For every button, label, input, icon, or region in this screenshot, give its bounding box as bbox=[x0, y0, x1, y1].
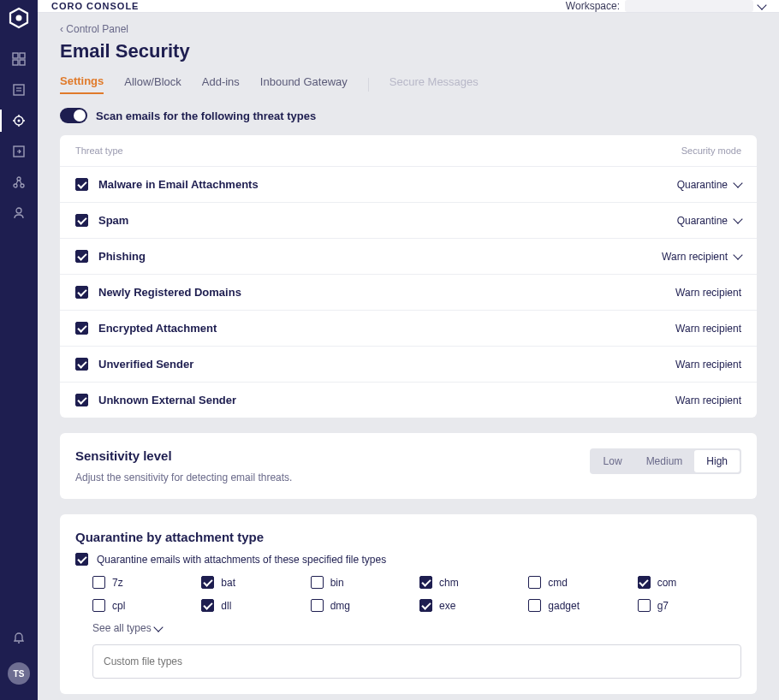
sensitivity-desc: Adjust the sensitivity for detecting ema… bbox=[75, 472, 292, 483]
filetype-bat: bat bbox=[201, 576, 305, 589]
dashboard-icon[interactable] bbox=[11, 51, 27, 67]
filetype-cpl: cpl bbox=[92, 599, 196, 612]
svg-rect-2 bbox=[20, 53, 25, 58]
scan-toggle[interactable] bbox=[60, 108, 87, 123]
threat-checkbox[interactable] bbox=[75, 286, 88, 299]
svg-point-17 bbox=[21, 184, 24, 187]
filetype-label: bin bbox=[330, 577, 344, 589]
sensitivity-segment: LowMediumHigh bbox=[590, 448, 741, 474]
filetype-dmg: dmg bbox=[311, 599, 414, 612]
filetype-label: 7z bbox=[112, 577, 123, 589]
quarantine-checkbox[interactable] bbox=[75, 553, 88, 566]
security-mode-dropdown[interactable]: Quarantine bbox=[677, 179, 741, 191]
svg-rect-5 bbox=[14, 85, 24, 95]
filetype-label: gadget bbox=[548, 600, 580, 612]
security-mode: Warn recipient bbox=[675, 287, 741, 299]
threat-name: Newly Registered Domains bbox=[98, 286, 241, 299]
sensitivity-title: Sensitivity level bbox=[75, 448, 292, 463]
filetype-checkbox[interactable] bbox=[311, 599, 324, 612]
svg-point-9 bbox=[18, 120, 21, 122]
filetype-checkbox[interactable] bbox=[419, 599, 432, 612]
bell-icon[interactable] bbox=[11, 630, 27, 645]
filetype-exe: exe bbox=[419, 599, 523, 612]
tab-add-ins[interactable]: Add-ins bbox=[202, 75, 240, 93]
filetype-label: cmd bbox=[548, 577, 568, 589]
threat-checkbox[interactable] bbox=[75, 322, 88, 335]
filetype-label: cpl bbox=[112, 600, 125, 612]
mode-label: Quarantine bbox=[677, 179, 728, 191]
filetype-label: dmg bbox=[330, 600, 350, 612]
sensitivity-low[interactable]: Low bbox=[592, 450, 634, 472]
threat-checkbox[interactable] bbox=[75, 250, 88, 263]
filetype-label: bat bbox=[221, 577, 235, 589]
filetype-checkbox[interactable] bbox=[201, 576, 214, 589]
scan-toggle-row: Scan emails for the following threat typ… bbox=[60, 108, 757, 123]
filetype-checkbox[interactable] bbox=[638, 599, 651, 612]
filetype-checkbox[interactable] bbox=[419, 576, 432, 589]
threat-row: Unknown External Sender Warn recipient bbox=[60, 382, 757, 418]
mode-label: Warn recipient bbox=[675, 394, 741, 406]
filetype-checkbox[interactable] bbox=[638, 576, 651, 589]
filetype-checkbox[interactable] bbox=[92, 576, 105, 589]
filetype-checkbox[interactable] bbox=[311, 576, 324, 589]
tab-inbound-gateway[interactable]: Inbound Gateway bbox=[260, 75, 348, 93]
see-all-label: See all types bbox=[92, 622, 152, 634]
breadcrumb[interactable]: ‹ Control Panel bbox=[60, 23, 757, 35]
security-mode: Warn recipient bbox=[675, 323, 741, 335]
avatar[interactable]: TS bbox=[8, 662, 30, 685]
filetype-checkbox[interactable] bbox=[201, 599, 214, 612]
threat-checkbox[interactable] bbox=[75, 214, 88, 227]
col-security-mode: Security mode bbox=[681, 145, 741, 156]
scan-toggle-label: Scan emails for the following threat typ… bbox=[96, 110, 316, 122]
brand-label: CORO CONSOLE bbox=[51, 1, 139, 11]
chevron-down-icon bbox=[733, 178, 742, 187]
network-icon[interactable] bbox=[11, 175, 27, 190]
chevron-down-icon bbox=[153, 622, 163, 632]
filetype-checkbox[interactable] bbox=[528, 599, 541, 612]
threat-name: Encrypted Attachment bbox=[98, 322, 217, 335]
chevron-down-icon bbox=[733, 214, 742, 223]
mode-label: Warn recipient bbox=[675, 287, 741, 299]
tab-separator bbox=[368, 78, 369, 92]
see-all-types[interactable]: See all types bbox=[75, 622, 741, 634]
threat-checkbox[interactable] bbox=[75, 178, 88, 191]
filetype-g7: g7 bbox=[638, 599, 741, 612]
filetype-label: exe bbox=[439, 600, 455, 612]
security-mode-dropdown[interactable]: Warn recipient bbox=[662, 251, 741, 263]
user-icon[interactable] bbox=[11, 205, 27, 221]
sensitivity-medium[interactable]: Medium bbox=[634, 450, 695, 472]
filetype-dll: dll bbox=[201, 599, 305, 612]
tab-settings[interactable]: Settings bbox=[60, 74, 104, 94]
threat-name: Unverified Sender bbox=[98, 358, 193, 371]
svg-line-18 bbox=[16, 181, 18, 185]
filetype-grid: 7zbatbinchmcmdcomcpldlldmgexegadgetg7 bbox=[75, 576, 741, 612]
filetype-checkbox[interactable] bbox=[528, 576, 541, 589]
threat-checkbox[interactable] bbox=[75, 358, 88, 371]
tab-allow-block[interactable]: Allow/Block bbox=[124, 75, 181, 93]
mode-label: Warn recipient bbox=[662, 251, 728, 263]
logo-icon bbox=[8, 7, 30, 29]
mode-label: Warn recipient bbox=[675, 359, 741, 371]
export-icon[interactable] bbox=[11, 144, 27, 159]
filetype-label: g7 bbox=[657, 600, 669, 612]
threat-row: Newly Registered Domains Warn recipient bbox=[60, 274, 757, 310]
filetype-com: com bbox=[638, 576, 741, 589]
threat-name: Malware in Email Attachments bbox=[98, 178, 259, 191]
list-icon[interactable] bbox=[11, 82, 27, 98]
chevron-down-icon bbox=[757, 0, 766, 9]
settings-icon[interactable] bbox=[11, 113, 27, 128]
custom-filetypes-input[interactable] bbox=[92, 644, 741, 679]
security-mode: Warn recipient bbox=[675, 359, 741, 371]
quarantine-option: Quarantine emails with attachments of th… bbox=[75, 553, 741, 566]
threat-checkbox[interactable] bbox=[75, 394, 88, 406]
mode-label: Warn recipient bbox=[675, 323, 741, 335]
mode-label: Quarantine bbox=[677, 215, 728, 227]
filetype-checkbox[interactable] bbox=[92, 599, 105, 612]
workspace-selector[interactable]: Workspace: bbox=[566, 0, 765, 12]
threat-name: Spam bbox=[98, 214, 128, 227]
sensitivity-high[interactable]: High bbox=[694, 450, 740, 472]
threat-row: Phishing Warn recipient bbox=[60, 238, 757, 274]
sidebar: TS bbox=[0, 0, 38, 700]
filetype-bin: bin bbox=[311, 576, 414, 589]
security-mode-dropdown[interactable]: Quarantine bbox=[677, 215, 741, 227]
